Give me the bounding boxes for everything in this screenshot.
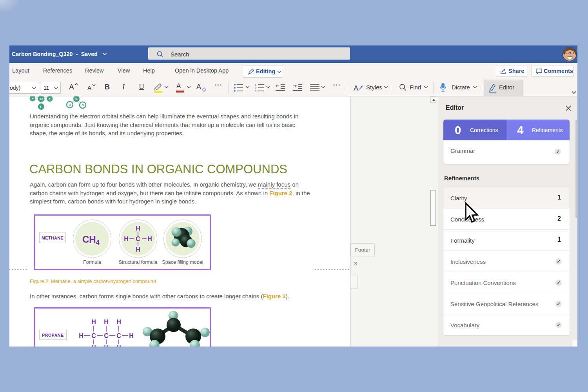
svg-text:H: H xyxy=(104,319,109,325)
svg-text:H: H xyxy=(91,345,96,347)
svg-text:2: 2 xyxy=(255,87,256,89)
svg-text:1: 1 xyxy=(255,83,256,86)
svg-text:F: F xyxy=(40,105,42,109)
svg-text:F: F xyxy=(49,97,51,101)
svg-text:H: H xyxy=(136,246,140,253)
svg-text:C: C xyxy=(91,332,96,339)
svg-text:H: H xyxy=(124,236,129,242)
svg-text:O: O xyxy=(69,103,71,107)
svg-text:H: H xyxy=(116,345,121,347)
svg-text:C: C xyxy=(116,332,121,339)
svg-text:H: H xyxy=(116,319,121,325)
svg-text:H: H xyxy=(147,236,152,242)
svg-text:A: A xyxy=(354,84,358,92)
svg-text:3: 3 xyxy=(255,90,256,92)
svg-text:H: H xyxy=(129,332,134,339)
svg-text:S: S xyxy=(75,97,78,101)
svg-text:H: H xyxy=(79,332,83,339)
svg-text:C: C xyxy=(104,332,109,339)
svg-text:H: H xyxy=(136,225,140,232)
svg-text:C: C xyxy=(136,236,140,242)
svg-text:H: H xyxy=(104,345,109,347)
svg-text:F: F xyxy=(32,97,34,100)
svg-text:H: H xyxy=(91,319,96,325)
svg-text:Xe: Xe xyxy=(40,98,43,100)
svg-text:O: O xyxy=(82,103,84,107)
